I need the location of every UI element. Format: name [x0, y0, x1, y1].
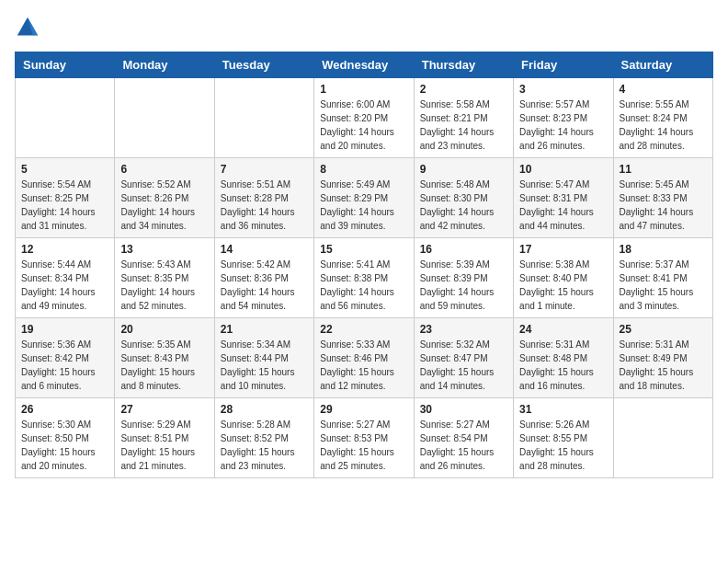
day-info: Sunrise: 5:27 AM Sunset: 8:54 PM Dayligh… [420, 418, 507, 473]
day-info: Sunrise: 5:27 AM Sunset: 8:53 PM Dayligh… [320, 418, 407, 473]
day-number: 24 [519, 323, 607, 336]
day-number: 6 [120, 163, 208, 176]
logo-icon [15, 15, 40, 40]
day-info: Sunrise: 5:39 AM Sunset: 8:39 PM Dayligh… [420, 258, 507, 313]
calendar-cell: 29Sunrise: 5:27 AM Sunset: 8:53 PM Dayli… [314, 398, 414, 478]
calendar-cell: 6Sunrise: 5:52 AM Sunset: 8:26 PM Daylig… [115, 158, 214, 238]
day-number: 2 [420, 83, 507, 96]
calendar-cell: 12Sunrise: 5:44 AM Sunset: 8:34 PM Dayli… [16, 238, 115, 318]
calendar-cell: 20Sunrise: 5:35 AM Sunset: 8:43 PM Dayli… [115, 318, 214, 398]
day-number: 30 [420, 403, 507, 416]
day-info: Sunrise: 5:34 AM Sunset: 8:44 PM Dayligh… [221, 338, 308, 393]
calendar-cell: 24Sunrise: 5:31 AM Sunset: 8:48 PM Dayli… [514, 318, 613, 398]
day-info: Sunrise: 5:35 AM Sunset: 8:43 PM Dayligh… [120, 338, 208, 393]
calendar-week-row: 26Sunrise: 5:30 AM Sunset: 8:50 PM Dayli… [16, 398, 713, 478]
day-number: 13 [120, 243, 208, 256]
calendar-cell: 7Sunrise: 5:51 AM Sunset: 8:28 PM Daylig… [214, 158, 313, 238]
day-info: Sunrise: 5:58 AM Sunset: 8:21 PM Dayligh… [420, 98, 507, 153]
day-info: Sunrise: 5:52 AM Sunset: 8:26 PM Dayligh… [120, 178, 208, 233]
calendar-cell: 10Sunrise: 5:47 AM Sunset: 8:31 PM Dayli… [514, 158, 613, 238]
day-info: Sunrise: 5:38 AM Sunset: 8:40 PM Dayligh… [519, 258, 607, 313]
day-number: 26 [21, 403, 108, 416]
calendar-cell: 18Sunrise: 5:37 AM Sunset: 8:41 PM Dayli… [613, 238, 712, 318]
calendar-header-row: Sunday Monday Tuesday Wednesday Thursday… [16, 52, 713, 78]
calendar-cell: 3Sunrise: 5:57 AM Sunset: 8:23 PM Daylig… [514, 78, 613, 158]
day-number: 27 [120, 403, 208, 416]
calendar-cell: 13Sunrise: 5:43 AM Sunset: 8:35 PM Dayli… [115, 238, 214, 318]
col-saturday: Saturday [613, 52, 712, 78]
day-info: Sunrise: 5:57 AM Sunset: 8:23 PM Dayligh… [519, 98, 607, 153]
day-number: 20 [120, 323, 208, 336]
calendar-cell: 30Sunrise: 5:27 AM Sunset: 8:54 PM Dayli… [414, 398, 513, 478]
calendar-cell: 31Sunrise: 5:26 AM Sunset: 8:55 PM Dayli… [514, 398, 613, 478]
calendar-week-row: 5Sunrise: 5:54 AM Sunset: 8:25 PM Daylig… [16, 158, 713, 238]
day-number: 8 [320, 163, 407, 176]
calendar-cell [613, 398, 712, 478]
day-number: 19 [21, 323, 108, 336]
calendar-cell: 14Sunrise: 5:42 AM Sunset: 8:36 PM Dayli… [214, 238, 313, 318]
day-info: Sunrise: 5:41 AM Sunset: 8:38 PM Dayligh… [320, 258, 407, 313]
calendar-cell: 28Sunrise: 5:28 AM Sunset: 8:52 PM Dayli… [214, 398, 313, 478]
logo [15, 15, 44, 40]
col-friday: Friday [514, 52, 613, 78]
calendar-cell: 1Sunrise: 6:00 AM Sunset: 8:20 PM Daylig… [314, 78, 414, 158]
day-info: Sunrise: 5:33 AM Sunset: 8:46 PM Dayligh… [320, 338, 407, 393]
calendar-cell [214, 78, 313, 158]
day-info: Sunrise: 5:31 AM Sunset: 8:49 PM Dayligh… [620, 338, 707, 393]
day-info: Sunrise: 5:28 AM Sunset: 8:52 PM Dayligh… [221, 418, 308, 473]
calendar-cell: 26Sunrise: 5:30 AM Sunset: 8:50 PM Dayli… [16, 398, 115, 478]
calendar-cell: 25Sunrise: 5:31 AM Sunset: 8:49 PM Dayli… [613, 318, 712, 398]
calendar-cell: 8Sunrise: 5:49 AM Sunset: 8:29 PM Daylig… [314, 158, 414, 238]
col-tuesday: Tuesday [214, 52, 313, 78]
day-info: Sunrise: 5:45 AM Sunset: 8:33 PM Dayligh… [620, 178, 707, 233]
col-sunday: Sunday [16, 52, 115, 78]
day-number: 23 [420, 323, 507, 336]
calendar-cell: 15Sunrise: 5:41 AM Sunset: 8:38 PM Dayli… [314, 238, 414, 318]
calendar-cell: 16Sunrise: 5:39 AM Sunset: 8:39 PM Dayli… [414, 238, 513, 318]
calendar-cell: 27Sunrise: 5:29 AM Sunset: 8:51 PM Dayli… [115, 398, 214, 478]
day-info: Sunrise: 5:47 AM Sunset: 8:31 PM Dayligh… [519, 178, 607, 233]
col-monday: Monday [115, 52, 214, 78]
day-info: Sunrise: 5:44 AM Sunset: 8:34 PM Dayligh… [21, 258, 108, 313]
day-number: 29 [320, 403, 407, 416]
calendar-cell: 2Sunrise: 5:58 AM Sunset: 8:21 PM Daylig… [414, 78, 513, 158]
day-number: 16 [420, 243, 507, 256]
day-info: Sunrise: 5:49 AM Sunset: 8:29 PM Dayligh… [320, 178, 407, 233]
day-number: 18 [620, 243, 707, 256]
calendar-cell: 22Sunrise: 5:33 AM Sunset: 8:46 PM Dayli… [314, 318, 414, 398]
day-info: Sunrise: 5:26 AM Sunset: 8:55 PM Dayligh… [519, 418, 607, 473]
day-number: 17 [519, 243, 607, 256]
day-info: Sunrise: 5:54 AM Sunset: 8:25 PM Dayligh… [21, 178, 108, 233]
day-info: Sunrise: 5:30 AM Sunset: 8:50 PM Dayligh… [21, 418, 108, 473]
calendar-cell: 11Sunrise: 5:45 AM Sunset: 8:33 PM Dayli… [613, 158, 712, 238]
day-number: 15 [320, 243, 407, 256]
day-number: 3 [519, 83, 607, 96]
day-number: 21 [221, 323, 308, 336]
day-info: Sunrise: 5:48 AM Sunset: 8:30 PM Dayligh… [420, 178, 507, 233]
page-container: Sunday Monday Tuesday Wednesday Thursday… [0, 0, 728, 488]
day-number: 28 [221, 403, 308, 416]
day-number: 14 [221, 243, 308, 256]
day-number: 31 [519, 403, 607, 416]
calendar-cell: 4Sunrise: 5:55 AM Sunset: 8:24 PM Daylig… [613, 78, 712, 158]
calendar-cell: 17Sunrise: 5:38 AM Sunset: 8:40 PM Dayli… [514, 238, 613, 318]
day-number: 22 [320, 323, 407, 336]
day-info: Sunrise: 5:55 AM Sunset: 8:24 PM Dayligh… [620, 98, 707, 153]
day-info: Sunrise: 5:37 AM Sunset: 8:41 PM Dayligh… [620, 258, 707, 313]
day-info: Sunrise: 5:51 AM Sunset: 8:28 PM Dayligh… [221, 178, 308, 233]
calendar-week-row: 19Sunrise: 5:36 AM Sunset: 8:42 PM Dayli… [16, 318, 713, 398]
calendar-table: Sunday Monday Tuesday Wednesday Thursday… [15, 52, 713, 478]
day-info: Sunrise: 5:42 AM Sunset: 8:36 PM Dayligh… [221, 258, 308, 313]
calendar-cell: 5Sunrise: 5:54 AM Sunset: 8:25 PM Daylig… [16, 158, 115, 238]
day-number: 11 [620, 163, 707, 176]
calendar-cell [115, 78, 214, 158]
day-info: Sunrise: 5:36 AM Sunset: 8:42 PM Dayligh… [21, 338, 108, 393]
calendar-cell: 23Sunrise: 5:32 AM Sunset: 8:47 PM Dayli… [414, 318, 513, 398]
day-info: Sunrise: 5:43 AM Sunset: 8:35 PM Dayligh… [120, 258, 208, 313]
calendar-week-row: 1Sunrise: 6:00 AM Sunset: 8:20 PM Daylig… [16, 78, 713, 158]
day-number: 4 [620, 83, 707, 96]
calendar-cell: 21Sunrise: 5:34 AM Sunset: 8:44 PM Dayli… [214, 318, 313, 398]
day-number: 5 [21, 163, 108, 176]
calendar-cell: 19Sunrise: 5:36 AM Sunset: 8:42 PM Dayli… [16, 318, 115, 398]
day-info: Sunrise: 6:00 AM Sunset: 8:20 PM Dayligh… [320, 98, 407, 153]
